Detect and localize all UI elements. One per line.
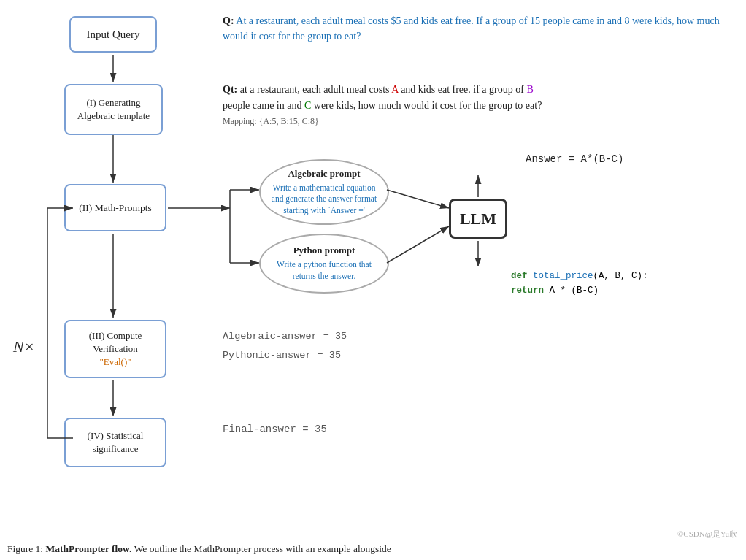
qt-people: people came in and [223,100,304,111]
function-name: total_price [533,271,593,281]
mapping-text: Mapping: {A:5, B:15, C:8} [223,116,319,126]
figure-rest: We outline the MathPrompter process with… [134,543,391,554]
step3-box: (III) ComputeVerification"Eval()" [64,320,166,378]
python-ellipse: Python prompt Write a python function th… [259,234,389,294]
var-c: C [304,100,311,111]
python-code: def total_price(A, B, C): return A * (B-… [511,269,648,298]
query-section: Q: At a restaurant, each adult meal cost… [223,13,726,44]
return-expr: A * (B-C) [550,285,599,296]
input-query-box: Input Query [69,16,157,53]
pythonic-answer: Pythonic-answer = 35 [223,346,347,365]
algebraic-answer: Algebraic-answer = 35 [223,327,347,346]
figure-label: Figure 1: [7,543,43,554]
step2-label: (II) Math-Prompts [79,202,151,214]
return-keyword: return [511,285,544,296]
llm-label: LLM [460,210,496,229]
qt-section: Qt: at a restaurant, each adult meal cos… [223,82,726,129]
var-b: B [526,84,533,95]
figure-bold: MathPrompter flow. [46,543,132,554]
input-query-label: Input Query [87,28,140,41]
function-params: (A, B, C): [593,271,648,281]
algebraic-prompt-text: Write a mathematical equation and genera… [268,183,380,217]
def-keyword: def [511,271,528,281]
step3-label: (III) ComputeVerification"Eval()" [89,329,142,369]
final-answer: Final-answer = 35 [223,423,327,435]
step2-box: (II) Math-Prompts [64,184,166,231]
answers-section: Algebraic-answer = 35 Pythonic-answer = … [223,327,347,364]
svg-line-9 [387,190,449,208]
qt-prefix: Qt: [223,84,237,95]
algebraic-ellipse: Algebraic prompt Write a mathematical eq… [259,159,389,225]
query-text: At a restaurant, each adult meal costs $… [223,15,720,42]
query-prefix: Q: [223,15,234,26]
main-container: Input Query (I) GeneratingAlgebraic temp… [0,0,746,560]
qt-text-before-a: at a restaurant, each adult meal costs [237,84,391,95]
python-prompt-title: Python prompt [293,245,355,256]
figure-caption: Figure 1: MathPrompter flow. We outline … [7,537,739,556]
answer-formula: Answer = A*(B-C) [526,153,623,165]
svg-line-10 [387,226,449,263]
qt-end: were kids, how much would it cost for th… [311,100,542,111]
watermark: ©CSDN@是Yu欣 [677,529,737,540]
llm-box: LLM [449,199,507,239]
step4-box: (IV) Statisticalsignificance [64,418,166,467]
step4-label: (IV) Statisticalsignificance [88,429,144,456]
step1-label: (I) GeneratingAlgebraic template [77,96,150,123]
algebraic-prompt-title: Algebraic prompt [288,168,360,180]
step1-box: (I) GeneratingAlgebraic template [64,84,163,135]
var-a: A [391,84,398,95]
qt-text-after-a: and kids eat free. if a group of [399,84,527,95]
n-times-label: N× [13,337,35,356]
python-prompt-text: Write a python function that returns the… [268,259,380,282]
